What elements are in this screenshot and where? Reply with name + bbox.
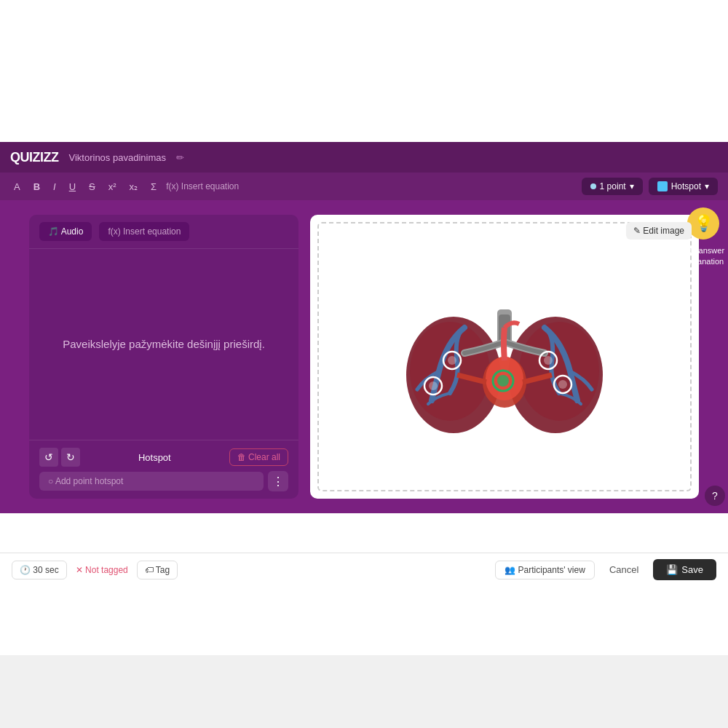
undo-button[interactable]: ↺ — [39, 448, 58, 467]
format-strike-button[interactable]: S — [85, 179, 99, 194]
edit-image-button[interactable]: ✎ Edit image — [626, 222, 692, 240]
help-button[interactable]: ? — [705, 486, 725, 506]
cancel-button[interactable]: Cancel — [602, 561, 646, 579]
hotspot-type-icon — [657, 181, 668, 191]
edit-title-icon[interactable]: ✏ — [176, 152, 184, 163]
points-chevron-icon: ▾ — [630, 181, 634, 191]
question-text: Paveikslelyje pažymėkite dešinįjį prieši… — [63, 336, 265, 353]
participants-view-button[interactable]: 👥 Participants' view — [495, 561, 595, 579]
hotspot-footer: ↺ ↻ Hotspot 🗑 Clear all ○ Add point hots… — [29, 440, 298, 499]
format-underline-button[interactable]: U — [66, 179, 79, 194]
bottom-bar: 🕐 30 sec ✕ Not tagged 🏷 Tag 👥 Participan… — [0, 553, 728, 586]
points-selector-button[interactable]: 1 point ▾ — [582, 178, 643, 195]
save-button[interactable]: 💾 Save — [653, 559, 716, 580]
lungs-image-container — [310, 215, 699, 499]
quizizz-logo: QUIZIZZ — [10, 150, 59, 165]
clear-all-button[interactable]: 🗑 Clear all — [229, 448, 288, 466]
quiz-title: Viktorinos pavadinimas — [69, 152, 166, 163]
bulb-icon: 💡 — [687, 207, 719, 240]
svg-point-13 — [448, 356, 456, 365]
insert-equation-button[interactable]: f(x) Insert equation — [99, 222, 189, 241]
more-options-button[interactable]: ⋮ — [268, 471, 288, 491]
svg-point-15 — [544, 356, 553, 365]
svg-point-9 — [497, 375, 509, 387]
lungs-svg — [395, 269, 614, 459]
tag-button[interactable]: 🏷 Tag — [137, 561, 178, 579]
format-italic-button[interactable]: I — [50, 179, 60, 194]
svg-point-3 — [519, 322, 599, 421]
format-superscript-button[interactable]: x² — [105, 179, 120, 194]
answer-explanation-label: Add answer explanation — [671, 245, 728, 268]
format-sigma-button[interactable]: Σ — [147, 179, 160, 194]
image-panel: ✎ Edit image — [310, 215, 699, 499]
save-icon: 💾 — [666, 564, 678, 575]
main-content-area: 🎵 Audio f(x) Insert equation Paveikslely… — [0, 200, 728, 513]
format-subscript-button[interactable]: x₂ — [126, 179, 142, 194]
svg-point-17 — [558, 380, 567, 389]
redo-button[interactable]: ↻ — [61, 448, 80, 467]
header-bar: QUIZIZZ Viktorinos pavadinimas ✏ — [0, 142, 728, 173]
add-hotspot-button[interactable]: ○ Add point hotspot — [39, 472, 264, 491]
svg-point-1 — [410, 322, 490, 421]
hotspot-type-label: Hotspot — [86, 452, 223, 463]
audio-button[interactable]: 🎵 Audio — [39, 222, 92, 241]
not-tagged-indicator: ✕ Not tagged — [76, 565, 128, 575]
points-dot-icon — [590, 183, 596, 189]
question-toolbar: 🎵 Audio f(x) Insert equation — [29, 215, 298, 249]
type-chevron-icon: ▾ — [705, 181, 709, 191]
fx-icon: f(x) — [166, 181, 178, 191]
timer-button[interactable]: 🕐 30 sec — [12, 561, 67, 579]
question-text-area[interactable]: Paveikslelyje pažymėkite dešinįjį prieši… — [29, 249, 298, 440]
insert-equation-toolbar-button[interactable]: f(x) Insert equation — [166, 181, 239, 191]
format-a-button[interactable]: A — [10, 179, 24, 194]
format-bold-button[interactable]: B — [30, 179, 44, 194]
undo-redo-group: ↺ ↻ — [39, 448, 80, 467]
svg-point-11 — [429, 381, 438, 390]
question-panel: 🎵 Audio f(x) Insert equation Paveikslely… — [29, 215, 298, 499]
formatting-toolbar: A B I U S x² x₂ Σ f(x) Insert equation 1… — [0, 173, 728, 200]
question-type-button[interactable]: Hotspot ▾ — [649, 178, 718, 195]
